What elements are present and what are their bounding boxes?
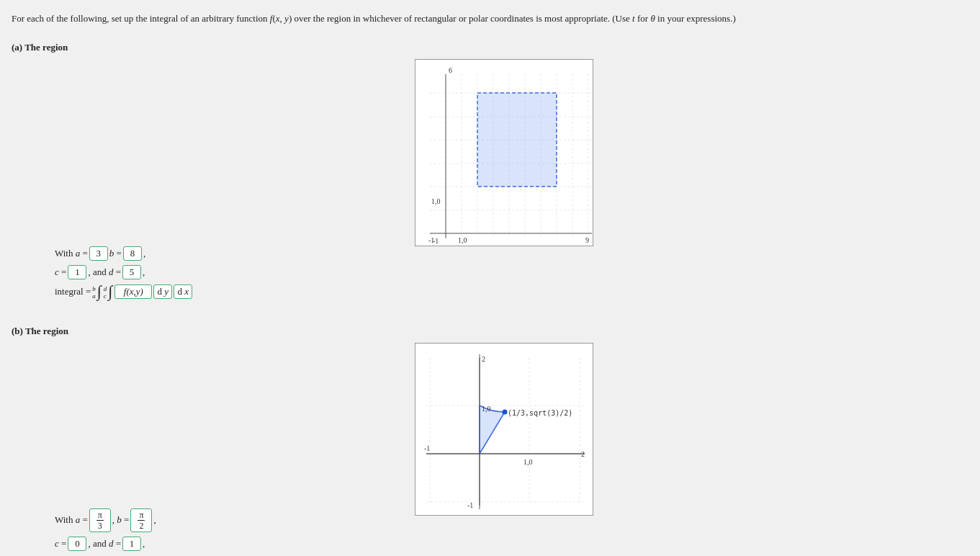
- graph-b-point-label: (1/3,sqrt(3)/2): [508, 409, 572, 417]
- part-a-inner-int-symbol: ∫: [108, 284, 112, 300]
- part-a-section: (a) The region With a = 3 b = 8 , c = 1 …: [12, 36, 968, 320]
- part-b-section: (b) The region With a = π 3 , b = π: [12, 320, 968, 557]
- part-a-inner-integral: d c ∫: [104, 284, 114, 300]
- part-b-left: With a = π 3 , b = π 2 ,: [12, 343, 415, 557]
- part-b-right: (1/3,sqrt(3)/2) -1 1,0 2 2 1,0 -1: [415, 343, 968, 516]
- part-b-a-frac: π 3: [96, 510, 104, 532]
- part-b-comma2: ,: [143, 538, 145, 550]
- part-a-cd-line: c = 1 , and d = 5 ,: [55, 265, 415, 279]
- part-b-content: With a = π 3 , b = π 2 ,: [12, 343, 968, 557]
- graph-a-region: [477, 93, 557, 187]
- part-a-right: -1 1,0 9 6 1,0 -1: [415, 59, 968, 246]
- part-b-a-input[interactable]: π 3: [89, 508, 111, 533]
- graph-a: -1 1,0 9 6 1,0 -1: [415, 59, 593, 246]
- part-b-a-den: 3: [96, 521, 104, 531]
- graph-a-x-9: 9: [585, 236, 589, 244]
- part-b-b-den: 2: [138, 521, 145, 531]
- part-a-dy-input[interactable]: d y: [153, 284, 172, 299]
- main-container: For each of the following, set up the in…: [12, 12, 968, 556]
- part-a-b-input[interactable]: 8: [123, 246, 142, 261]
- part-b-b-label: , b =: [112, 514, 130, 526]
- graph-b-y-10: 1,0: [482, 405, 491, 413]
- part-b-with-line: With a = π 3 , b = π 2 ,: [55, 508, 415, 533]
- part-a-outer-sup: b: [92, 286, 96, 292]
- graph-b-y-neg1: -1: [467, 501, 473, 509]
- part-a-inner-sub: c: [104, 293, 107, 300]
- part-a-d-input[interactable]: 5: [122, 265, 141, 279]
- part-b-c-input[interactable]: 0: [68, 537, 86, 551]
- part-b-b-input[interactable]: π 2: [130, 508, 152, 533]
- part-a-a-input[interactable]: 3: [89, 246, 108, 261]
- part-a-c-label: c =: [55, 266, 66, 278]
- graph-a-y-6: 6: [449, 66, 452, 74]
- part-b-and-text: , and d =: [88, 538, 121, 550]
- graph-a-y-neg1: -1: [433, 237, 439, 245]
- graph-b: (1/3,sqrt(3)/2) -1 1,0 2 2 1,0 -1: [415, 343, 593, 516]
- part-b-comma: ,: [153, 514, 156, 526]
- part-a-outer-sub: a: [92, 293, 96, 300]
- part-a-and-text: , and d =: [88, 266, 121, 278]
- graph-b-point: [503, 409, 508, 414]
- part-b-b-frac: π 2: [138, 510, 145, 532]
- part-a-integral-label: integral =: [55, 286, 91, 297]
- part-a-b-label: b =: [109, 248, 122, 259]
- graph-b-y-2: 2: [482, 355, 485, 363]
- instruction-text: For each of the following, set up the in…: [12, 12, 968, 26]
- part-a-label: (a) The region: [12, 42, 968, 53]
- part-a-comma2: ,: [143, 266, 145, 278]
- part-b-label: (b) The region: [12, 326, 968, 337]
- graph-b-x-2: 2: [581, 450, 585, 458]
- part-b-cd-line: c = 0 , and d = 1 ,: [55, 537, 415, 551]
- part-a-content: With a = 3 b = 8 , c = 1 , and d = 5 , i…: [12, 59, 968, 300]
- part-a-integral-line: integral = b a ∫ d c: [55, 284, 415, 300]
- part-b-c-label: c =: [55, 538, 66, 550]
- graph-a-svg: -1 1,0 9 6 1,0 -1: [415, 60, 593, 246]
- part-a-fxy-input[interactable]: f(x,y): [114, 284, 152, 299]
- graph-b-x-neg1: -1: [424, 444, 430, 452]
- part-a-c-input[interactable]: 1: [68, 265, 86, 279]
- part-b-a-num: π: [96, 510, 104, 521]
- part-a-with-text: With a =: [55, 248, 88, 259]
- part-a-outer-int-symbol: ∫: [97, 284, 102, 300]
- graph-a-y-10: 1,0: [431, 197, 441, 205]
- part-a-left: With a = 3 b = 8 , c = 1 , and d = 5 , i…: [12, 59, 415, 300]
- part-b-d-input[interactable]: 1: [122, 537, 141, 551]
- part-a-inner-sup: d: [104, 286, 107, 292]
- part-a-outer-integral: b a ∫: [92, 284, 102, 300]
- part-b-b-num: π: [138, 510, 145, 521]
- part-a-with-line: With a = 3 b = 8 ,: [55, 246, 415, 261]
- part-a-comma: ,: [143, 248, 145, 259]
- part-a-dx-input[interactable]: d x: [174, 284, 192, 299]
- graph-b-svg: (1/3,sqrt(3)/2) -1 1,0 2 2 1,0 -1: [415, 344, 593, 516]
- part-b-with-text: With a =: [55, 514, 88, 526]
- graph-a-x-1: 1,0: [458, 236, 467, 244]
- graph-b-x-10: 1,0: [523, 458, 533, 466]
